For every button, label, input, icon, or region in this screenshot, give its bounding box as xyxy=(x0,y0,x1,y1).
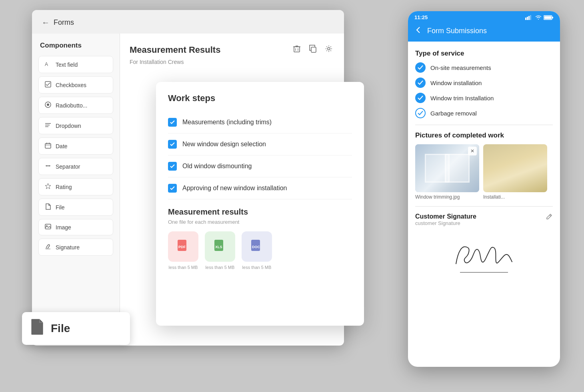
sidebar-item-checkboxes[interactable]: Checkboxes xyxy=(38,76,113,94)
text-icon: A xyxy=(44,61,52,68)
sidebar-item-date[interactable]: Date xyxy=(38,137,113,155)
settings-button[interactable] xyxy=(323,43,334,56)
svg-point-24 xyxy=(328,48,330,50)
work-step-label-0: Measurements (including trims) xyxy=(182,119,272,126)
work-steps-panel: Work steps Measurements (including trims… xyxy=(156,82,364,326)
divider-2 xyxy=(415,206,553,207)
phone-app-header: Form Submissions xyxy=(408,22,560,42)
sidebar-item-signature[interactable]: Signature xyxy=(38,239,113,256)
date-label: Date xyxy=(56,143,68,149)
delete-button[interactable] xyxy=(291,43,302,56)
check-outline-3 xyxy=(415,108,426,118)
signature-edit-button[interactable] xyxy=(546,213,553,222)
text-field-label: Text field xyxy=(56,62,78,68)
phone-header-title: Form Submissions xyxy=(427,27,487,35)
file-sidebar-icon xyxy=(44,203,52,211)
work-step-item-3: Approving of new window installation xyxy=(168,177,352,199)
svg-rect-36 xyxy=(552,17,553,18)
sidebar-item-text-field[interactable]: A Text field xyxy=(38,56,113,73)
service-item-0: On-site measurements xyxy=(415,62,553,73)
check-filled-1 xyxy=(415,78,426,88)
phone-content: Type of service On-site measurements Win… xyxy=(408,42,560,361)
check-filled-0 xyxy=(415,62,426,73)
service-label-2: Window trim Installation xyxy=(430,95,494,101)
service-item-2: Window trim Installation xyxy=(415,93,553,103)
divider-1 xyxy=(415,125,553,125)
doc-label: less than 5 MB xyxy=(242,265,272,270)
svg-text:XLS: XLS xyxy=(215,245,222,249)
form-subtitle: For Installation Crews xyxy=(130,59,334,65)
service-label-3: Garbage removal xyxy=(430,110,477,117)
window-image-1 xyxy=(483,144,547,192)
svg-marker-14 xyxy=(45,183,51,189)
check-icon-1 xyxy=(168,140,177,149)
copy-button[interactable] xyxy=(307,43,318,56)
signature-image xyxy=(448,236,520,272)
xls-label: less than 5 MB xyxy=(206,265,235,270)
check-icon-2 xyxy=(168,162,177,171)
work-steps-title: Work steps xyxy=(168,93,352,103)
svg-rect-37 xyxy=(544,16,552,19)
sidebar-item-rating[interactable]: Rating xyxy=(38,178,113,195)
close-picture-button[interactable]: ✕ xyxy=(468,147,477,155)
service-item-3: Garbage removal xyxy=(415,108,553,118)
file-item-pdf: PDF less than 5 MB xyxy=(168,231,198,270)
separator-label: Separator xyxy=(56,163,80,170)
dropdown-label: Dropdown xyxy=(56,123,81,129)
signature-sidebar-icon xyxy=(44,243,52,251)
work-step-label-2: Old window dismounting xyxy=(182,163,252,170)
image-label: Image xyxy=(56,224,71,231)
phone-status-bar: 11:25 xyxy=(408,11,560,22)
file-item-doc: DOC less than 5 MB xyxy=(242,231,272,270)
sidebar-item-file[interactable]: File xyxy=(38,199,113,216)
form-title: Measurement Results xyxy=(130,45,220,55)
work-step-item-2: Old window dismounting xyxy=(168,155,352,177)
signature-line xyxy=(460,272,508,273)
svg-rect-33 xyxy=(528,16,530,20)
sidebar-item-dropdown[interactable]: Dropdown xyxy=(38,117,113,134)
file-drag-item[interactable]: File xyxy=(22,312,130,345)
signature-section: Customer Signature customer Signature xyxy=(415,213,553,276)
dropdown-icon xyxy=(44,122,52,129)
file-drag-label: File xyxy=(51,322,70,335)
status-bar-right xyxy=(525,15,554,20)
signature-title: Customer Signature customer Signature xyxy=(415,213,476,230)
sidebar-item-image[interactable]: Image xyxy=(38,219,113,235)
svg-rect-23 xyxy=(311,47,316,52)
signature-label: Signature xyxy=(56,244,80,251)
svg-text:PDF: PDF xyxy=(178,245,186,249)
rating-label: Rating xyxy=(56,184,72,190)
measurement-results-section: Measurement results One file for each me… xyxy=(168,207,352,270)
work-step-label-1: New window design selection xyxy=(182,141,266,148)
svg-line-38 xyxy=(550,215,551,216)
picture-item-0: ✕ Window trimming.jpg xyxy=(415,144,479,200)
sidebar-title: Components xyxy=(38,42,113,50)
form-actions xyxy=(291,43,334,56)
file-icons-row: PDF less than 5 MB XLS less than 5 MB DO… xyxy=(168,231,352,270)
sidebar-item-radiobutton[interactable]: Radiobutto... xyxy=(38,97,113,114)
measurement-results-title: Measurement results xyxy=(168,207,352,217)
forms-header: ← Forms xyxy=(32,10,344,34)
checkboxes-label: Checkboxes xyxy=(56,82,86,88)
file-drag-icon xyxy=(30,318,44,339)
picture-thumb-0: ✕ xyxy=(415,144,479,192)
file-label-sidebar: File xyxy=(56,204,65,211)
back-button[interactable]: ← xyxy=(42,18,50,27)
svg-rect-32 xyxy=(527,17,528,20)
type-of-service-title: Type of service xyxy=(415,50,553,58)
service-item-1: Window installation xyxy=(415,78,553,88)
svg-point-13 xyxy=(49,165,50,167)
svg-text:A: A xyxy=(45,62,48,67)
signature-header: Customer Signature customer Signature xyxy=(415,213,553,230)
service-label-0: On-site measurements xyxy=(430,64,491,71)
checkbox-icon xyxy=(44,81,52,89)
phone-back-button[interactable] xyxy=(414,26,422,36)
pictures-title: Pictures of completed work xyxy=(415,131,553,139)
mobile-panel: 11:25 Form Submissions Type of service O… xyxy=(408,11,560,367)
date-icon xyxy=(44,142,52,150)
picture-caption-1: Installati... xyxy=(483,194,547,200)
phone-time: 11:25 xyxy=(414,14,428,20)
signature-title-text: Customer Signature xyxy=(415,213,476,220)
radio-icon xyxy=(44,101,52,109)
sidebar-item-separator[interactable]: Separator xyxy=(38,158,113,175)
